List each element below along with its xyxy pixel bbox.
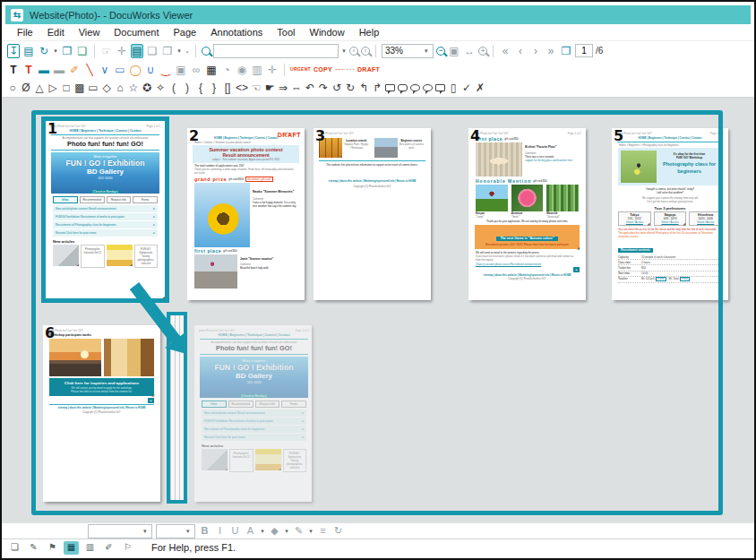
freehand-marker-icon[interactable]: ∪	[144, 63, 157, 77]
arrow-right-icon[interactable]: ⇒	[278, 81, 288, 95]
polyline-tool-icon[interactable]: ∨	[99, 63, 111, 77]
rotate-right-icon[interactable]: ↻	[345, 81, 356, 95]
fill-color-icon[interactable]: ◆	[269, 524, 280, 538]
continuous-view-icon[interactable]: ❐	[161, 44, 174, 58]
titlebar[interactable]: ⇆ Website(Photo)- - DocuWorks Viewer	[5, 5, 751, 24]
italic-icon[interactable]: I	[214, 524, 226, 538]
page-copy-icon[interactable]: ❐	[560, 44, 572, 58]
pentagon-shape-icon[interactable]: ⌂	[115, 81, 125, 95]
thumbnail-view-icon[interactable]: ▤	[131, 44, 143, 58]
dash-stamp-icon[interactable]: - - -	[347, 63, 355, 77]
wave-marker-icon[interactable]: ‿	[159, 63, 172, 77]
update-dropdown-icon[interactable]: ▾	[53, 44, 58, 58]
triangle-shape-icon[interactable]: △	[34, 81, 45, 95]
zoom-out-icon[interactable]: −	[436, 47, 445, 56]
find-previous-icon[interactable]: ‹	[349, 47, 358, 56]
last-page-icon[interactable]: »	[545, 44, 557, 58]
circle-shape-icon[interactable]: ○	[7, 81, 18, 95]
number-stamp-icon[interactable]: ◉	[236, 63, 248, 77]
urgent-stamp-icon[interactable]: URGENT	[290, 63, 311, 77]
stamp-pill-gray-icon[interactable]: ▬	[53, 63, 65, 77]
page-number-input[interactable]	[575, 44, 593, 57]
more-icon[interactable]: ⌄	[185, 44, 190, 58]
stamp-pill-teal-icon[interactable]: ▬	[38, 63, 50, 77]
angle-brackets-icon[interactable]: <>	[236, 81, 248, 95]
brace-right-icon[interactable]: }	[209, 81, 219, 95]
first-page-icon[interactable]: «	[499, 44, 511, 58]
clipboard-icon[interactable]: ❑	[76, 44, 89, 58]
save-icon[interactable]: ↧	[7, 44, 20, 58]
fit-page-icon[interactable]: ▣	[448, 44, 460, 58]
next-page-icon[interactable]: ›	[529, 44, 542, 58]
view-dropdown-icon[interactable]: ▾	[176, 44, 182, 58]
fill-color-dropdown-icon[interactable]: ▾	[284, 524, 289, 538]
page-view-icon[interactable]: ❏	[146, 44, 159, 58]
text-tool-icon[interactable]: T	[7, 63, 20, 77]
line-tool-icon[interactable]: ╲	[83, 63, 96, 77]
curl-up-left-icon[interactable]: ↰	[358, 81, 369, 95]
find-next-icon[interactable]: ›	[361, 47, 370, 56]
menu-annotations[interactable]: Annotations	[204, 25, 269, 39]
line-color-icon[interactable]: ✎	[293, 524, 305, 538]
page-thumbnail-1-selected[interactable]: 1 photo Photo fun! fun! fun! GO!Page 1 o…	[41, 116, 169, 303]
counter-icon[interactable]: ▥	[251, 63, 263, 77]
paren-left-icon[interactable]: (	[168, 81, 179, 95]
print-icon[interactable]: ▤	[22, 44, 35, 58]
line-color-dropdown-icon[interactable]: ▾	[308, 524, 314, 538]
table-icon[interactable]: ▦	[205, 63, 218, 77]
attachment-icon[interactable]: ▣	[175, 63, 187, 77]
zoom-combo[interactable]: 33% ▾	[382, 44, 434, 58]
thought-bubble-icon[interactable]	[423, 84, 433, 91]
rect-marker-icon[interactable]: ▭	[114, 63, 126, 77]
menu-file[interactable]: File	[11, 25, 39, 39]
play-shape-icon[interactable]: ▷	[47, 81, 58, 95]
paren-right-icon[interactable]: )	[182, 81, 193, 95]
menu-view[interactable]: View	[73, 25, 107, 39]
insert-position-marker[interactable]	[167, 312, 187, 504]
menu-document[interactable]: Document	[107, 25, 165, 39]
bold-icon[interactable]: B	[199, 524, 210, 538]
redo-arrow-icon[interactable]: ↷	[318, 81, 329, 95]
bookmark-icon[interactable]: ⚐	[120, 541, 135, 555]
brace-left-icon[interactable]: {	[195, 81, 206, 95]
menu-edit[interactable]: Edit	[41, 25, 71, 39]
full-screen-icon[interactable]: ❏	[7, 541, 22, 555]
undo-arrow-icon[interactable]: ↶	[305, 81, 315, 95]
brackets-icon[interactable]: []	[222, 81, 233, 95]
date-stamp-icon[interactable]: ◔	[220, 63, 233, 77]
link-icon[interactable]: ∞	[190, 63, 202, 77]
prev-page-icon[interactable]: ‹	[514, 44, 527, 58]
down-callout-icon[interactable]	[435, 84, 445, 91]
move-tool-icon[interactable]: ✛	[266, 63, 279, 77]
cross-out-icon[interactable]: ✗	[475, 81, 485, 95]
pan-hand-icon[interactable]: ☞	[100, 44, 113, 58]
fit-width-icon[interactable]: ↔	[463, 44, 476, 58]
text-color-tool-icon[interactable]: T	[22, 63, 35, 77]
underline-icon[interactable]: U	[229, 524, 241, 538]
font-color-dropdown-icon[interactable]: ▾	[260, 524, 265, 538]
note-shape-icon[interactable]: ▯	[448, 81, 459, 95]
point-right-hand-icon[interactable]: ☛	[264, 81, 275, 95]
double-arrow-icon[interactable]: ⇔	[291, 81, 302, 95]
menu-page[interactable]: Page	[168, 25, 203, 39]
search-icon[interactable]	[202, 47, 210, 56]
rounded-bubble-icon[interactable]	[398, 84, 408, 91]
prohibition-shape-icon[interactable]: Ø	[21, 81, 31, 95]
square-shape-icon[interactable]: □	[61, 81, 72, 95]
window-switch-icon[interactable]: ❐	[61, 44, 73, 58]
search-input[interactable]	[213, 44, 339, 58]
oval-bubble-icon[interactable]	[410, 84, 420, 91]
menu-tool[interactable]: Tool	[271, 25, 301, 39]
rotate-left-icon[interactable]: ↺	[331, 81, 342, 95]
check-mark-icon[interactable]: ✓	[461, 81, 472, 95]
search-dropdown-icon[interactable]: ▾	[341, 44, 347, 58]
menu-help[interactable]: Help	[353, 25, 386, 39]
rotate-annotation-icon[interactable]: ↻	[332, 524, 344, 538]
infoview-toggle-icon[interactable]: ⚑	[45, 541, 60, 555]
seal-shape-icon[interactable]: ✪	[142, 81, 152, 95]
point-left-hand-icon[interactable]: ☜	[251, 81, 262, 95]
font-size-combo[interactable]: ▾	[156, 524, 195, 538]
hexagon-shape-icon[interactable]: ✧	[155, 81, 166, 95]
copy-stamp-icon[interactable]: COPY	[314, 63, 332, 77]
annotation-toggle-icon[interactable]: ✎	[26, 541, 41, 555]
